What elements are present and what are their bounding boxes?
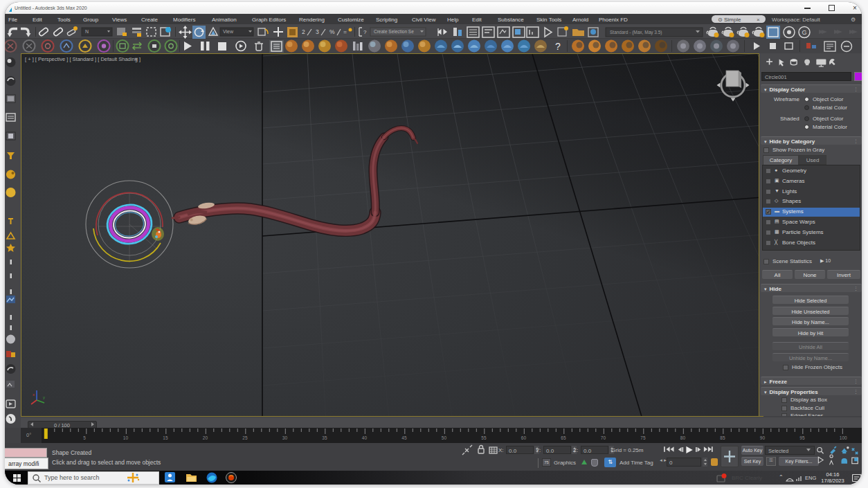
svg-text:95: 95 — [799, 435, 805, 440]
svg-text:45: 45 — [401, 435, 407, 440]
svg-text:5: 5 — [83, 435, 86, 440]
svg-text:10: 10 — [123, 435, 129, 440]
svg-text:35: 35 — [322, 435, 327, 440]
svg-text:85: 85 — [720, 435, 725, 440]
svg-text:View: View — [223, 29, 234, 34]
svg-text:x: x — [33, 392, 35, 397]
svg-text:60: 60 — [521, 435, 527, 440]
svg-text:[ + ] [ Perspective ] [ Stan: [ + ] [ Perspective ] [ Standard ] [ Def… — [25, 56, 141, 62]
svg-text:100: 100 — [840, 435, 847, 440]
svg-text:65: 65 — [561, 435, 566, 440]
svg-text:30: 30 — [282, 435, 288, 440]
svg-text:▼: ▼ — [134, 56, 138, 62]
svg-text:90: 90 — [760, 435, 766, 440]
svg-text:?: ? — [363, 29, 367, 35]
svg-text:70: 70 — [601, 435, 606, 440]
svg-text:75: 75 — [640, 435, 646, 440]
svg-text:=: = — [343, 28, 347, 35]
svg-text:2: 2 — [302, 28, 305, 35]
svg-text:80: 80 — [680, 435, 686, 440]
svg-text:15: 15 — [163, 435, 168, 440]
svg-text:3: 3 — [316, 28, 319, 35]
svg-text:?: ? — [555, 41, 561, 52]
svg-text:25: 25 — [242, 435, 248, 440]
svg-text:40: 40 — [362, 435, 368, 440]
svg-text:%: % — [329, 28, 335, 35]
svg-text:0°: 0° — [26, 432, 31, 438]
svg-text:Create Selection Se: Create Selection Se — [374, 29, 414, 34]
svg-text:N: N — [85, 29, 89, 34]
svg-text:y: y — [43, 395, 45, 399]
svg-text:50: 50 — [442, 435, 447, 440]
svg-text:Standard - (Max, May 3.5): Standard - (Max, May 3.5) — [610, 30, 662, 35]
svg-text:55: 55 — [481, 435, 487, 440]
svg-text:20: 20 — [203, 435, 208, 440]
svg-text:G: G — [802, 29, 807, 36]
